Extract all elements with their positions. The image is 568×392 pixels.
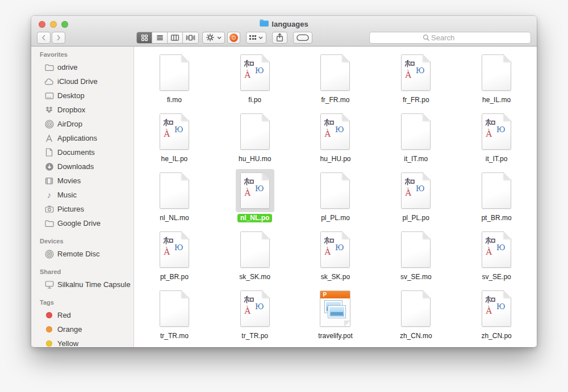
music-icon: ♪: [44, 190, 54, 200]
po-file-icon: [320, 231, 350, 268]
file-item[interactable]: fr_FR.po: [375, 51, 456, 110]
file-item[interactable]: sk_SK.po: [295, 228, 376, 287]
window-title-text: languages: [272, 20, 308, 28]
file-item[interactable]: P travelify.pot: [295, 287, 376, 346]
file-item[interactable]: sv_SE.po: [456, 228, 537, 287]
group-by-icon: [249, 35, 256, 40]
file-name: pl_PL.po: [403, 214, 429, 222]
sidebar-item-label: odrive: [57, 63, 77, 71]
sidebar-item-pictures[interactable]: Pictures: [31, 202, 133, 216]
file-name: fi.po: [248, 96, 261, 104]
tags-button[interactable]: [293, 32, 312, 44]
file-name: pt_BR.po: [160, 273, 189, 281]
search-input[interactable]: [430, 33, 478, 43]
file-item[interactable]: he_IL.mo: [456, 51, 537, 110]
sidebar-item-desktop[interactable]: Desktop: [31, 88, 133, 103]
sidebar-item-google-drive[interactable]: Google Drive: [31, 216, 133, 230]
desktop-icon: [44, 91, 54, 100]
applications-icon: [44, 133, 54, 143]
back-button[interactable]: [37, 32, 51, 44]
file-item[interactable]: pl_PL.po: [375, 169, 456, 228]
po-file-icon: [240, 54, 270, 91]
tag-icon: [296, 34, 309, 41]
sidebar-section-devices: Devices: [31, 238, 133, 247]
po-file-icon: [482, 290, 511, 327]
file-item[interactable]: pl_PL.mo: [295, 169, 376, 228]
sidebar-item-icloud-drive[interactable]: iCloud Drive: [31, 74, 133, 88]
file-name: pl_PL.mo: [321, 214, 350, 222]
file-name: he_IL.mo: [482, 96, 511, 104]
downloads-icon: [44, 162, 54, 171]
sidebar-item-silkalnu-time-capsule[interactable]: Silkalnu Time Capsule: [31, 277, 133, 292]
mo-file-icon: [320, 54, 350, 91]
po-file-icon: [482, 113, 511, 150]
icon-view-button[interactable]: [137, 32, 152, 43]
column-view-button[interactable]: [168, 32, 183, 43]
chevron-left-icon: [41, 35, 46, 41]
sidebar-item-label: Applications: [57, 134, 97, 142]
po-file-icon: [482, 231, 511, 268]
odrive-toolbar-button[interactable]: [227, 32, 240, 44]
po-file-icon: [240, 290, 270, 327]
file-item[interactable]: zh_CN.mo: [375, 287, 456, 346]
folder-icon: [44, 62, 54, 72]
sidebar-item-label: Dropbox: [57, 106, 85, 114]
action-menu-button[interactable]: [202, 32, 225, 44]
file-item[interactable]: hu_HU.po: [295, 110, 376, 169]
sidebar-item-remote-disc[interactable]: Remote Disc: [31, 247, 133, 261]
sidebar: Favorites odrive iCloud Drive Desktop Dr…: [31, 47, 134, 347]
file-item[interactable]: tr_TR.po: [215, 287, 295, 346]
file-item[interactable]: fi.mo: [134, 51, 215, 110]
file-item[interactable]: zh_CN.po: [456, 287, 537, 346]
arrange-menu-button[interactable]: [246, 32, 266, 44]
file-item[interactable]: hu_HU.mo: [215, 110, 295, 169]
list-view-button[interactable]: [152, 32, 168, 43]
sidebar-item-tag-red[interactable]: Red: [31, 308, 133, 322]
mo-file-icon: [160, 172, 189, 209]
sidebar-item-label: Red: [57, 311, 71, 319]
file-name: fr_FR.po: [403, 96, 429, 104]
po-file-icon: [401, 54, 431, 91]
sidebar-section-shared: Shared: [31, 268, 133, 277]
file-item[interactable]: it_IT.po: [456, 110, 537, 169]
file-name: sv_SE.po: [482, 273, 511, 281]
forward-button[interactable]: [52, 32, 65, 44]
file-item[interactable]: it_IT.mo: [375, 110, 456, 169]
sidebar-item-tag-orange[interactable]: Orange: [31, 322, 133, 336]
folder-icon: [260, 19, 269, 28]
file-name: fr_FR.mo: [321, 96, 349, 104]
file-item-selected[interactable]: nl_NL.po: [215, 169, 295, 228]
sidebar-item-label: AirDrop: [57, 120, 82, 128]
file-item[interactable]: fr_FR.mo: [295, 51, 376, 110]
cloud-icon: [44, 77, 54, 86]
sidebar-item-airdrop[interactable]: AirDrop: [31, 117, 133, 131]
coverflow-view-button[interactable]: [183, 32, 198, 43]
file-name: hu_HU.mo: [239, 155, 271, 163]
share-button[interactable]: [272, 32, 287, 44]
file-item[interactable]: sk_SK.mo: [215, 228, 295, 287]
sidebar-item-label: Desktop: [57, 91, 85, 100]
sidebar-item-tag-yellow[interactable]: Yellow: [31, 336, 133, 347]
sidebar-item-documents[interactable]: Documents: [31, 145, 133, 159]
file-item[interactable]: pt_BR.mo: [456, 169, 537, 228]
file-name: zh_CN.mo: [400, 332, 432, 340]
sidebar-item-odrive[interactable]: odrive: [31, 60, 133, 74]
file-item[interactable]: tr_TR.mo: [134, 287, 215, 346]
column-view-icon: [170, 33, 179, 42]
file-item[interactable]: he_IL.po: [134, 110, 215, 169]
coverflow-view-icon: [186, 33, 195, 42]
sidebar-item-dropbox[interactable]: Dropbox: [31, 103, 133, 117]
file-item[interactable]: fi.po: [215, 51, 295, 110]
file-item[interactable]: nl_NL.mo: [134, 169, 215, 228]
sidebar-item-music[interactable]: ♪ Music: [31, 188, 133, 202]
selection-highlight: [236, 169, 274, 212]
file-name: nl_NL.po: [237, 214, 272, 222]
file-item[interactable]: pt_BR.po: [134, 228, 215, 287]
file-name: sk_SK.mo: [239, 273, 270, 281]
file-item[interactable]: sv_SE.mo: [375, 228, 456, 287]
mo-file-icon: [320, 172, 350, 209]
sidebar-item-downloads[interactable]: Downloads: [31, 159, 133, 174]
sidebar-item-movies[interactable]: Movies: [31, 174, 133, 188]
sidebar-item-applications[interactable]: Applications: [31, 131, 133, 145]
navigation-buttons: [37, 32, 65, 44]
